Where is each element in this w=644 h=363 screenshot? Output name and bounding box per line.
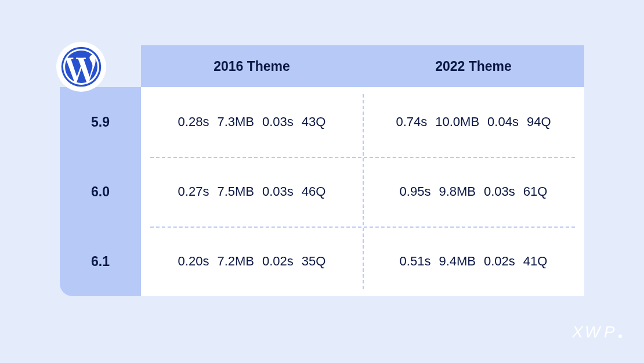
load-time: 0.74s (396, 114, 427, 130)
version-label: 6.0 (60, 157, 141, 227)
queries: 46Q (302, 184, 326, 199)
load-time: 0.20s (178, 254, 209, 269)
memory: 7.5MB (217, 184, 254, 199)
db-time: 0.03s (262, 184, 294, 199)
memory: 7.3MB (217, 114, 254, 130)
db-time: 0.03s (262, 114, 294, 130)
load-time: 0.51s (400, 254, 431, 269)
memory: 9.8MB (439, 184, 476, 199)
svg-text:W: W (585, 323, 602, 341)
version-label: 5.9 (60, 87, 141, 157)
table-body: 5.9 6.0 6.1 0.28s 7.3MB 0.03s 43Q 0.27s … (60, 87, 584, 296)
table-row: 0.95s 9.8MB 0.03s 61Q (363, 157, 584, 227)
svg-text:P: P (604, 323, 616, 341)
table-row: 0.27s 7.5MB 0.03s 46Q (141, 157, 363, 227)
db-time: 0.02s (262, 254, 294, 269)
queries: 43Q (302, 114, 326, 130)
svg-text:X: X (572, 323, 584, 341)
db-time: 0.03s (484, 184, 515, 199)
queries: 35Q (302, 254, 326, 269)
memory: 9.4MB (439, 254, 476, 269)
queries: 94Q (527, 114, 551, 130)
data-column-2022: 0.74s 10.0MB 0.04s 94Q 0.95s 9.8MB 0.03s… (363, 87, 584, 296)
db-time: 0.02s (484, 254, 515, 269)
table-header-row: 2016 Theme 2022 Theme (60, 45, 584, 87)
load-time: 0.95s (400, 184, 431, 199)
db-time: 0.04s (487, 114, 519, 130)
memory: 10.0MB (435, 114, 479, 130)
load-time: 0.27s (178, 184, 209, 199)
version-column: 5.9 6.0 6.1 (60, 87, 141, 296)
version-label: 6.1 (60, 227, 141, 296)
table-row: 0.74s 10.0MB 0.04s 94Q (363, 87, 584, 157)
table-row: 0.20s 7.2MB 0.02s 35Q (141, 227, 363, 296)
table-row: 0.51s 9.4MB 0.02s 41Q (363, 227, 584, 296)
comparison-table: 2016 Theme 2022 Theme 5.9 6.0 6.1 0.28s … (60, 45, 584, 296)
data-column-2016: 0.28s 7.3MB 0.03s 43Q 0.27s 7.5MB 0.03s … (141, 87, 363, 296)
column-header-2022: 2022 Theme (363, 45, 584, 87)
svg-point-4 (618, 335, 622, 338)
wordpress-logo-icon (56, 42, 106, 92)
data-area: 0.28s 7.3MB 0.03s 43Q 0.27s 7.5MB 0.03s … (141, 87, 584, 296)
table-row: 0.28s 7.3MB 0.03s 43Q (141, 87, 363, 157)
xwp-brand-logo-icon: X W P (572, 322, 624, 347)
column-header-2016: 2016 Theme (141, 45, 363, 87)
queries: 61Q (523, 184, 548, 199)
load-time: 0.28s (178, 114, 209, 130)
queries: 41Q (523, 254, 548, 269)
memory: 7.2MB (217, 254, 254, 269)
